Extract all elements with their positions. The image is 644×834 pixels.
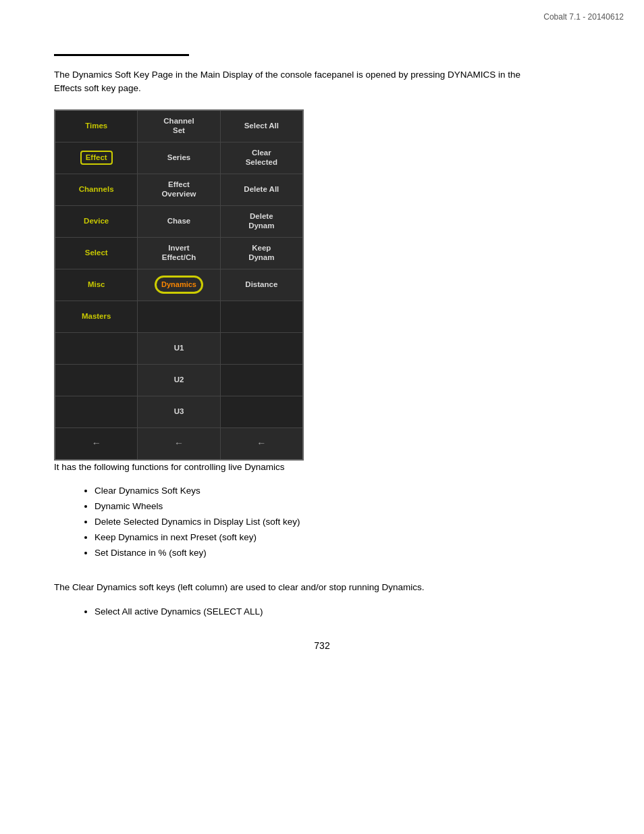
- right-delete-all[interactable]: Delete All: [221, 174, 302, 205]
- console-row-7: Masters: [55, 301, 302, 333]
- console-row-4: Device Chase DeleteDynam: [55, 206, 302, 238]
- right-empty-9: [221, 365, 302, 396]
- right-empty-10: [221, 396, 302, 427]
- list-item: Clear Dynamics Soft Keys: [95, 484, 590, 499]
- mid-u1[interactable]: U1: [138, 333, 220, 364]
- section-title-bar: [54, 54, 189, 56]
- mid-invert[interactable]: InvertEffect/Ch: [138, 238, 220, 269]
- left-empty-8: [55, 333, 138, 364]
- console-row-3: Channels EffectOverview Delete All: [55, 174, 302, 206]
- dynamics-btn[interactable]: Dynamics: [155, 276, 203, 294]
- left-channels[interactable]: Channels: [55, 174, 138, 205]
- left-misc[interactable]: Misc: [55, 269, 138, 301]
- mid-series[interactable]: Series: [138, 142, 220, 174]
- bullet-list: Clear Dynamics Soft Keys Dynamic Wheels …: [95, 484, 590, 561]
- list-item: Set Distance in % (soft key): [95, 546, 590, 561]
- left-empty-9: [55, 365, 138, 396]
- clear-dynamics-text: The Clear Dynamics soft keys (left colum…: [54, 581, 527, 594]
- list-item: Select All active Dynamics (SELECT ALL): [95, 604, 590, 620]
- console-row-9: U2: [55, 365, 302, 396]
- left-effect[interactable]: Effect: [55, 142, 138, 174]
- mid-back[interactable]: ←: [138, 428, 220, 459]
- left-back[interactable]: ←: [55, 428, 138, 459]
- mid-u3[interactable]: U3: [138, 396, 220, 427]
- console-row-6: Misc Dynamics Distance: [55, 269, 302, 301]
- bullet-list-2: Select All active Dynamics (SELECT ALL): [95, 604, 590, 620]
- mid-u2[interactable]: U2: [138, 365, 220, 396]
- right-select-all[interactable]: Select All: [221, 111, 302, 142]
- left-masters[interactable]: Masters: [55, 301, 138, 332]
- right-empty-7: [221, 301, 302, 332]
- right-clear-selected[interactable]: ClearSelected: [221, 142, 302, 174]
- page-number: 732: [54, 640, 590, 651]
- mid-chase[interactable]: Chase: [138, 206, 220, 237]
- following-text: It has the following functions for contr…: [54, 461, 527, 474]
- right-delete-dynam[interactable]: DeleteDynam: [221, 206, 302, 237]
- effect-btn[interactable]: Effect: [80, 151, 113, 165]
- mid-channel-set[interactable]: ChannelSet: [138, 111, 220, 142]
- left-times[interactable]: Times: [55, 111, 138, 142]
- right-distance[interactable]: Distance: [221, 269, 302, 301]
- list-item: Delete Selected Dynamics in Display List…: [95, 515, 590, 530]
- mid-dynamics[interactable]: Dynamics: [138, 269, 220, 301]
- left-select[interactable]: Select: [55, 238, 138, 269]
- list-item: Keep Dynamics in next Preset (soft key): [95, 530, 590, 546]
- console-row-5: Select InvertEffect/Ch KeepDynam: [55, 238, 302, 269]
- console-row-2: Effect Series ClearSelected: [55, 142, 302, 174]
- console-panel: Times ChannelSet Select All Effect Serie…: [54, 109, 304, 461]
- mid-effect-overview[interactable]: EffectOverview: [138, 174, 220, 205]
- page-header: Cobalt 7.1 - 20140612: [543, 12, 624, 22]
- left-device[interactable]: Device: [55, 206, 138, 237]
- console-row-11: ← ← ←: [55, 428, 302, 459]
- console-row-10: U3: [55, 396, 302, 428]
- right-keep-dynam[interactable]: KeepDynam: [221, 238, 302, 269]
- right-empty-8: [221, 333, 302, 364]
- intro-text: The Dynamics Soft Key Page in the Main D…: [54, 68, 527, 96]
- right-back[interactable]: ←: [221, 428, 302, 459]
- console-row-1: Times ChannelSet Select All: [55, 111, 302, 142]
- list-item: Dynamic Wheels: [95, 499, 590, 515]
- console-row-8: U1: [55, 333, 302, 365]
- left-empty-10: [55, 396, 138, 427]
- mid-empty-7: [138, 301, 220, 332]
